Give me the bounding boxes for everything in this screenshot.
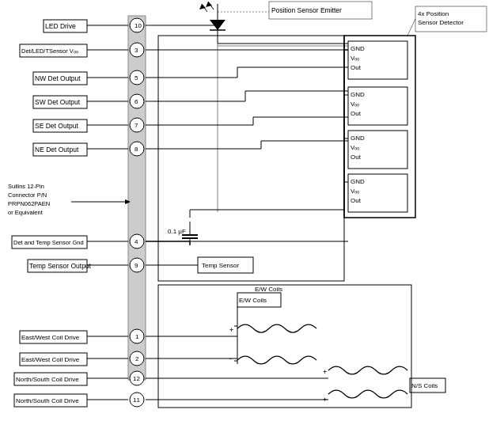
svg-text:Sensor Detector: Sensor Detector <box>418 19 464 26</box>
svg-text:Out: Out <box>351 64 362 71</box>
svg-text:N/S Coils: N/S Coils <box>411 382 438 389</box>
svg-text:Temp Sensor: Temp Sensor <box>202 262 239 269</box>
svg-text:Sullins 12-Pin: Sullins 12-Pin <box>8 183 44 190</box>
svg-point-103 <box>130 43 144 57</box>
svg-text:+: + <box>323 396 327 404</box>
svg-line-93 <box>407 19 415 36</box>
svg-rect-135 <box>33 143 87 156</box>
svg-line-6 <box>208 2 214 9</box>
svg-rect-127 <box>20 44 87 57</box>
svg-line-4 <box>202 4 207 12</box>
svg-text:+: + <box>323 368 327 376</box>
svg-rect-150 <box>158 285 411 408</box>
svg-rect-139 <box>28 260 87 272</box>
svg-text:SE Det Output: SE Det Output <box>35 122 78 130</box>
svg-text:7: 7 <box>135 122 138 129</box>
svg-rect-137 <box>12 236 87 248</box>
svg-rect-131 <box>33 96 87 108</box>
svg-marker-99 <box>125 199 131 204</box>
svg-point-121 <box>130 371 144 385</box>
svg-text:Out: Out <box>351 110 362 117</box>
svg-rect-43 <box>348 174 407 212</box>
svg-rect-0 <box>128 16 146 380</box>
svg-text:6: 6 <box>135 98 138 105</box>
svg-rect-143 <box>20 353 87 366</box>
svg-text:-: - <box>229 355 232 362</box>
svg-rect-47 <box>344 36 415 218</box>
svg-rect-39 <box>348 131 407 169</box>
svg-text:GND: GND <box>351 135 365 142</box>
svg-point-101 <box>130 18 144 32</box>
svg-text:V₀₀: V₀₀ <box>351 55 359 62</box>
svg-rect-149 <box>158 36 344 281</box>
svg-rect-59 <box>198 257 253 273</box>
svg-text:1: 1 <box>135 333 139 340</box>
circuit-diagram: GND V₀₀ Out GND V₀₀ Out GND V₀₀ Out GND … <box>0 0 504 421</box>
svg-rect-83 <box>410 378 445 393</box>
svg-marker-7 <box>206 2 212 7</box>
svg-text:E/W Coils: E/W Coils <box>239 297 267 304</box>
svg-point-115 <box>130 258 144 272</box>
svg-point-119 <box>130 351 144 366</box>
svg-point-111 <box>130 142 144 156</box>
svg-rect-145 <box>14 373 87 385</box>
svg-rect-125 <box>44 20 87 32</box>
svg-text:PRPN062PAEN: PRPN062PAEN <box>8 200 50 207</box>
svg-text:Out: Out <box>351 154 362 161</box>
svg-text:Temp Sensor Output: Temp Sensor Output <box>29 262 92 270</box>
svg-rect-31 <box>348 41 407 79</box>
svg-text:Position Sensor Emitter: Position Sensor Emitter <box>271 6 342 14</box>
svg-rect-35 <box>348 87 407 125</box>
svg-rect-147 <box>14 394 87 407</box>
svg-text:Out: Out <box>351 197 362 204</box>
svg-text:12: 12 <box>133 375 140 382</box>
svg-text:+: + <box>229 326 233 334</box>
svg-rect-69 <box>237 293 281 307</box>
svg-rect-88 <box>269 2 372 19</box>
svg-text:8: 8 <box>135 146 138 153</box>
svg-text:3: 3 <box>135 47 138 54</box>
svg-text:4: 4 <box>135 238 138 245</box>
svg-text:LED Drive: LED Drive <box>45 22 76 30</box>
svg-text:Connector P/N: Connector P/N <box>8 192 47 199</box>
svg-text:Det/LED/TSensor V₀₀: Det/LED/TSensor V₀₀ <box>21 47 78 55</box>
svg-point-123 <box>130 393 144 407</box>
svg-point-117 <box>130 329 144 343</box>
svg-text:East/West Coil Drive: East/West Coil Drive <box>21 356 80 363</box>
svg-text:2: 2 <box>135 355 139 362</box>
svg-rect-90 <box>415 6 487 32</box>
svg-text:North/South Coil Drive: North/South Coil Drive <box>16 397 79 404</box>
svg-text:4x Position: 4x Position <box>418 10 449 17</box>
svg-text:GND: GND <box>351 178 365 185</box>
svg-text:GND: GND <box>351 45 365 52</box>
svg-text:5: 5 <box>135 74 138 82</box>
svg-text:East/West Coil Drive: East/West Coil Drive <box>21 334 80 341</box>
svg-text:NW Det Output: NW Det Output <box>35 74 81 82</box>
svg-text:10: 10 <box>135 22 142 29</box>
svg-rect-133 <box>33 119 87 132</box>
svg-text:NE Det Output: NE Det Output <box>35 146 79 154</box>
svg-point-105 <box>130 70 144 85</box>
svg-marker-5 <box>199 4 206 9</box>
svg-text:V₀₀: V₀₀ <box>351 144 359 151</box>
svg-text:North/South Coil Drive: North/South Coil Drive <box>16 376 79 383</box>
svg-marker-2 <box>210 20 225 30</box>
svg-text:9: 9 <box>135 262 138 269</box>
svg-text:E/W Coils: E/W Coils <box>255 286 282 293</box>
diagram-svg: GND V₀₀ Out GND V₀₀ Out GND V₀₀ Out GND … <box>0 0 504 421</box>
svg-text:11: 11 <box>133 396 140 404</box>
svg-text:GND: GND <box>351 91 365 98</box>
svg-point-107 <box>130 94 144 108</box>
svg-rect-141 <box>20 331 87 343</box>
svg-text:or Equivalent: or Equivalent <box>8 209 44 216</box>
svg-text:SW Det Output: SW Det Output <box>35 98 81 106</box>
svg-point-109 <box>130 118 144 132</box>
svg-text:0.1 μF: 0.1 μF <box>168 228 186 235</box>
svg-text:V₀₀: V₀₀ <box>351 101 359 108</box>
svg-point-113 <box>130 234 144 248</box>
svg-text:V₀₀: V₀₀ <box>351 188 359 195</box>
svg-rect-129 <box>33 72 87 85</box>
svg-text:Det and Temp Sensor Gnd: Det and Temp Sensor Gnd <box>13 239 84 246</box>
